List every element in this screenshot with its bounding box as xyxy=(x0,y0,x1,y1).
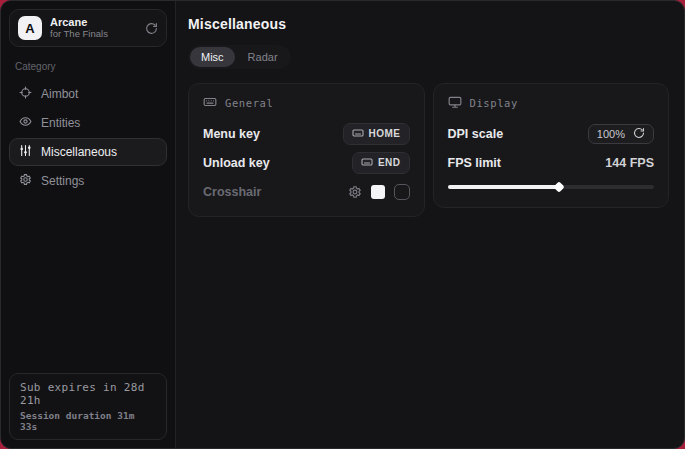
crosshair-color-swatch[interactable] xyxy=(371,185,385,199)
app-window: A Arcane for The Finals Category Aimbot xyxy=(0,0,685,449)
sidebar-item-label: Aimbot xyxy=(41,87,78,101)
sub-expires-text: Sub expires in 28d 21h xyxy=(20,381,156,407)
crosshair-settings-gear-icon[interactable] xyxy=(348,185,362,199)
sidebar-item-aimbot[interactable]: Aimbot xyxy=(9,80,167,108)
fps-limit-label: FPS limit xyxy=(448,156,501,170)
app-logo: A xyxy=(18,16,42,40)
fps-slider-fill xyxy=(448,185,560,189)
unload-key-bind-button[interactable]: END xyxy=(352,152,410,174)
session-duration-text: Session duration 31m 33s xyxy=(20,410,156,432)
sidebar-item-label: Miscellaneous xyxy=(41,145,117,159)
sidebar: A Arcane for The Finals Category Aimbot xyxy=(1,1,176,448)
keyboard-icon xyxy=(352,127,364,141)
keyboard-icon xyxy=(203,95,217,111)
menu-key-label: Menu key xyxy=(203,127,260,141)
category-label: Category xyxy=(15,61,161,72)
dpi-scale-button[interactable]: 100% xyxy=(588,124,654,144)
refresh-icon[interactable] xyxy=(145,22,158,35)
reset-icon xyxy=(633,127,645,141)
dpi-scale-value: 100% xyxy=(597,128,625,140)
crosshair-enable-checkbox[interactable] xyxy=(394,184,410,200)
brand-title: Arcane xyxy=(50,16,137,29)
sidebar-item-miscellaneous[interactable]: Miscellaneous xyxy=(9,138,167,166)
page-title: Miscellaneous xyxy=(188,16,669,32)
fps-slider-thumb[interactable] xyxy=(553,181,564,192)
sidebar-item-entities[interactable]: Entities xyxy=(9,109,167,137)
dpi-scale-label: DPI scale xyxy=(448,127,504,141)
general-card-title: General xyxy=(225,97,273,109)
brand-card: A Arcane for The Finals xyxy=(9,9,167,47)
fps-limit-value: 144 FPS xyxy=(605,156,654,170)
tab-misc[interactable]: Misc xyxy=(190,47,235,67)
menu-key-bind-button[interactable]: HOME xyxy=(343,123,410,145)
brand-subtitle: for The Finals xyxy=(50,29,137,40)
display-card-title: Display xyxy=(470,97,518,109)
general-card-header: General xyxy=(203,95,410,111)
sidebar-item-label: Settings xyxy=(41,174,84,188)
crosshair-controls xyxy=(348,184,410,200)
sidebar-nav: Aimbot Entities xyxy=(9,80,167,195)
keyboard-icon xyxy=(361,156,373,170)
monitor-icon xyxy=(448,95,462,111)
unload-key-value: END xyxy=(378,157,401,168)
unload-key-row: Unload key END xyxy=(203,151,410,174)
subscription-info-box: Sub expires in 28d 21h Session duration … xyxy=(9,373,167,440)
sidebar-item-label: Entities xyxy=(41,116,80,130)
eye-icon xyxy=(19,115,32,131)
gear-icon xyxy=(19,173,32,189)
tab-radar[interactable]: Radar xyxy=(237,47,289,67)
dpi-scale-row: DPI scale 100% xyxy=(448,122,655,145)
general-card: General Menu key HOME Unload key xyxy=(188,83,425,217)
crosshair-row: Crosshair xyxy=(203,180,410,203)
unload-key-label: Unload key xyxy=(203,156,270,170)
display-card-header: Display xyxy=(448,95,655,111)
main-content: Miscellaneous Misc Radar General Menu ke… xyxy=(176,1,684,448)
menu-key-row: Menu key HOME xyxy=(203,122,410,145)
tab-bar: Misc Radar xyxy=(188,45,291,69)
brand-text: Arcane for The Finals xyxy=(50,16,137,40)
fps-limit-slider[interactable] xyxy=(448,180,655,194)
fps-limit-row: FPS limit 144 FPS xyxy=(448,151,655,174)
crosshair-icon xyxy=(19,86,32,102)
display-card: Display DPI scale 100% FPS limit xyxy=(433,83,670,208)
cards-row: General Menu key HOME Unload key xyxy=(188,83,669,217)
crosshair-label: Crosshair xyxy=(203,185,261,199)
sidebar-item-settings[interactable]: Settings xyxy=(9,167,167,195)
menu-key-value: HOME xyxy=(369,128,401,139)
sliders-icon xyxy=(19,144,32,160)
sidebar-spacer xyxy=(9,195,167,373)
